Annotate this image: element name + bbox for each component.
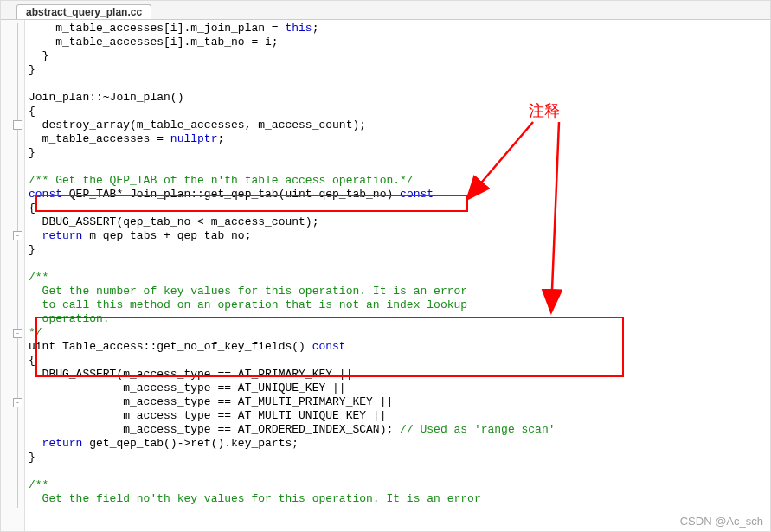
code-line: { bbox=[29, 202, 35, 215]
code-line: m_access_type == AT_ORDERED_INDEX_SCAN);… bbox=[29, 423, 556, 436]
editor[interactable]: - - - - m_table_accesses[i].m_join_plan … bbox=[1, 20, 770, 531]
code-line: Get the number of key values for this op… bbox=[29, 285, 467, 298]
code-line: m_table_accesses = nullptr; bbox=[29, 132, 224, 145]
code-line: Get the field no'th key values for this … bbox=[29, 492, 481, 505]
code-line: destroy_array(m_table_accesses, m_access… bbox=[29, 119, 366, 131]
code-line: m_access_type == AT_MULTI_PRIMARY_KEY || bbox=[29, 395, 393, 408]
code-line: /** bbox=[29, 271, 48, 284]
code-line: } bbox=[29, 49, 48, 62]
code-line: return get_qep_tab()->ref().key_parts; bbox=[29, 437, 299, 450]
code-line: m_table_accesses[i].m_join_plan = this; bbox=[29, 22, 318, 35]
code-line: } bbox=[29, 243, 35, 256]
code-line: } bbox=[29, 63, 35, 76]
fold-icon[interactable]: - bbox=[13, 231, 22, 240]
code-line: } bbox=[29, 146, 35, 159]
code-line: to call this method on an operation that… bbox=[29, 298, 467, 311]
tab-bar: abstract_query_plan.cc bbox=[1, 1, 770, 20]
code-area[interactable]: m_table_accesses[i].m_join_plan = this; … bbox=[25, 20, 770, 531]
fold-icon[interactable]: - bbox=[13, 120, 22, 130]
code-line: return m_qep_tabs + qep_tab_no; bbox=[29, 229, 251, 242]
code-line: { bbox=[29, 105, 35, 118]
code-line: } bbox=[29, 451, 35, 464]
code-line: Join_plan::~Join_plan() bbox=[29, 91, 183, 104]
fold-icon[interactable]: - bbox=[13, 329, 22, 338]
file-tab[interactable]: abstract_query_plan.cc bbox=[16, 4, 151, 19]
annotation-label: 注释 bbox=[529, 100, 560, 121]
gutter: - - - - bbox=[1, 20, 25, 531]
code-line: /** bbox=[29, 478, 48, 491]
watermark: CSDN @Ac_sch bbox=[680, 515, 763, 528]
code-line: m_table_accesses[i].m_tab_no = i; bbox=[29, 35, 279, 48]
fold-icon[interactable]: - bbox=[13, 398, 22, 407]
code-line: uint Table_access::get_no_of_key_fields(… bbox=[29, 340, 346, 353]
code-line: DBUG_ASSERT(m_access_type == AT_PRIMARY_… bbox=[29, 368, 352, 381]
code-line: */ bbox=[29, 326, 42, 339]
code-line: m_access_type == AT_MULTI_UNIQUE_KEY || bbox=[29, 409, 386, 422]
code-line: DBUG_ASSERT(qep_tab_no < m_access_count)… bbox=[29, 215, 318, 228]
code-line: /** Get the QEP_TAB of the n'th table ac… bbox=[29, 174, 414, 187]
code-line: operation. bbox=[29, 312, 110, 325]
code-line: { bbox=[29, 354, 35, 367]
code-line: const QEP_TAB* Join_plan::get_qep_tab(ui… bbox=[29, 188, 434, 201]
code-line: m_access_type == AT_UNIQUE_KEY || bbox=[29, 381, 346, 394]
